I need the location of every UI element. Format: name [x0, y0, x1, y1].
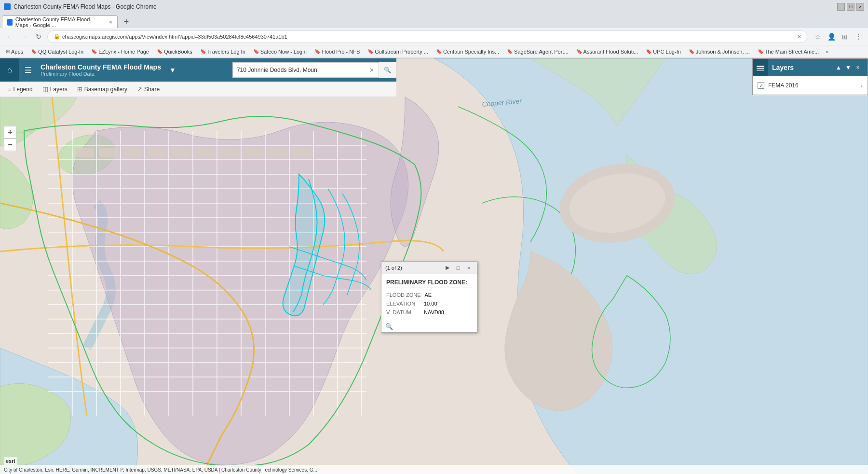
basemap-toolbar-item[interactable]: ⊞ Basemap gallery [73, 84, 131, 95]
popup-value-vdatum: NAVD88 [424, 309, 444, 315]
forward-button[interactable]: → [18, 31, 30, 42]
popup-label-flood-zone: FLOOD ZONE [386, 292, 421, 298]
bookmark-ez-label: EZLynx - Home Page [98, 49, 149, 55]
zoom-in-button[interactable]: + [4, 126, 16, 139]
bookmark-sage[interactable]: 🔖 SageSure Agent Port... [505, 48, 570, 56]
tab-label: Charleston County FEMA Flood Maps - Goog… [15, 16, 104, 28]
bookmark-safeco-label: Safeco Now - Login [260, 49, 307, 55]
bookmark-qq-label: QQ Catalyst Log-In [38, 49, 83, 55]
search-clear-button[interactable]: × [365, 62, 379, 78]
bookmark-gulf-label: Gulfstream Property ... [375, 49, 428, 55]
layers-collapse-button[interactable]: ▲ [834, 63, 843, 72]
layers-panel: Layers ▲ ▼ × ✓ FEMA 2016 › [752, 58, 868, 95]
popup-value-flood-zone: AE [425, 292, 432, 298]
bookmark-apps[interactable]: ⊞ Apps [4, 48, 25, 56]
bookmark-icon-qb: 🔖 [157, 49, 163, 54]
legend-toolbar-item[interactable]: ≡ Legend [4, 84, 37, 95]
svg-rect-40 [244, 148, 263, 157]
bookmark-icon-safeco: 🔖 [253, 49, 259, 54]
maximize-button[interactable]: ☐ [847, 3, 854, 11]
popup-zoom-button[interactable]: 🔍 [385, 323, 393, 330]
bookmark-cent-label: Centauri Specialty Ins... [443, 49, 499, 55]
layers-close-button[interactable]: × [853, 63, 863, 72]
share-label: Share [144, 86, 160, 93]
basemap-label: Basemap gallery [84, 86, 127, 93]
svg-rect-46 [757, 66, 764, 67]
layers-panel-title: Layers [772, 64, 834, 71]
minimize-button[interactable]: ─ [837, 3, 845, 11]
bookmark-ezlynx[interactable]: 🔖 EZLynx - Home Page [89, 48, 151, 56]
bookmark-star-button[interactable]: ☆ [812, 31, 824, 42]
bookmark-assurant[interactable]: 🔖 Assurant Flood Soluti... [574, 48, 640, 56]
layers-expand-button[interactable]: ▼ [843, 63, 853, 72]
layer-checkbox-fema2016[interactable]: ✓ [758, 82, 764, 89]
bookmark-gulf[interactable]: 🔖 Gulfstream Property ... [366, 48, 430, 56]
toolbar-icons: ☆ 👤 ⊞ ⋮ [812, 31, 864, 42]
app-title-subtitle: Preliminary Flood Data [41, 71, 161, 77]
address-bar[interactable]: 🔒 chascogis.maps.arcgis.com/apps/View/in… [47, 30, 807, 43]
zoom-out-button[interactable]: − [4, 139, 16, 151]
bookmark-qq[interactable]: 🔖 QQ Catalyst Log-In [29, 48, 85, 56]
bookmark-jj[interactable]: 🔖 Johnson & Johnson, ... [687, 48, 752, 56]
share-toolbar-item[interactable]: ↗ Share [133, 84, 163, 95]
browser-chrome: Charleston County FEMA Flood Maps - Goog… [0, 0, 868, 58]
hamburger-button[interactable]: ☰ [19, 58, 37, 82]
app-header: ⌂ ☰ Charleston County FEMA Flood Maps Pr… [0, 58, 396, 97]
bookmark-ass-label: Assurant Flood Soluti... [583, 49, 638, 55]
bookmark-upc[interactable]: 🔖 UPC Log-In [644, 48, 682, 56]
layers-stack-icon [756, 63, 765, 72]
esri-logo: esri [4, 457, 17, 465]
popup-next-button[interactable]: ▶ [443, 264, 452, 272]
tab-close-icon[interactable]: × [108, 18, 112, 26]
bookmark-safeco[interactable]: 🔖 Safeco Now - Login [251, 48, 309, 56]
refresh-button[interactable]: ↻ [33, 31, 44, 42]
layer-item-fema2016[interactable]: ✓ FEMA 2016 › [753, 79, 868, 92]
search-go-button[interactable]: 🔍 [379, 62, 396, 78]
address-text: chascogis.maps.arcgis.com/apps/View/inde… [62, 34, 795, 40]
app-title-bar: ⌂ ☰ Charleston County FEMA Flood Maps Pr… [0, 58, 396, 82]
bookmark-centauri[interactable]: 🔖 Centauri Specialty Ins... [434, 48, 501, 56]
title-bar-text: Charleston County FEMA Flood Maps - Goog… [14, 3, 157, 10]
home-button[interactable]: ⌂ [0, 58, 19, 82]
popup-window-button[interactable]: □ [454, 264, 462, 272]
layers-toolbar-item[interactable]: ◫ Layers [39, 84, 71, 95]
search-bar[interactable]: × 🔍 [232, 62, 396, 78]
popup-panel: (1 of 2) ▶ □ × PRELIMINARY FLOOD ZONE: F… [381, 261, 477, 333]
bookmark-main[interactable]: 🔖 The Main Street Ame... [756, 48, 821, 56]
menu-button[interactable]: ⋮ [853, 31, 864, 42]
bookmark-flood[interactable]: 🔖 Flood Pro - NFS [312, 48, 362, 56]
legend-icon: ≡ [8, 85, 12, 93]
search-input[interactable] [233, 67, 365, 73]
bookmarks-bar: ⊞ Apps 🔖 QQ Catalyst Log-In 🔖 EZLynx - H… [0, 45, 868, 58]
active-tab[interactable]: Charleston County FEMA Flood Maps - Goog… [2, 15, 118, 28]
title-bar-controls[interactable]: ─ ☐ × [837, 3, 864, 11]
popup-close-button[interactable]: × [464, 264, 473, 272]
popup-row-vdatum: V_DATUM NAVD88 [386, 309, 472, 315]
layer-expand-icon[interactable]: › [861, 83, 863, 88]
profile-button[interactable]: 👤 [826, 31, 837, 42]
popup-body: PRELIMINARY FLOOD ZONE: FLOOD ZONE AE EL… [381, 274, 477, 321]
extensions-button[interactable]: ⊞ [839, 31, 851, 42]
popup-footer: 🔍 [381, 321, 477, 332]
new-tab-button[interactable]: + [120, 15, 133, 28]
popup-value-elevation: 10.00 [424, 301, 437, 307]
bookmark-qb-label: QuickBooks [164, 49, 192, 55]
app-title-main: Charleston County FEMA Flood Maps [41, 63, 161, 71]
bookmark-travelers[interactable]: 🔖 Travelers Log In [198, 48, 247, 56]
bookmark-icon-ez: 🔖 [91, 49, 97, 54]
layers-panel-body: ✓ FEMA 2016 › [753, 76, 868, 95]
more-bookmarks-button[interactable]: » [826, 49, 828, 55]
bookmark-icon-upc: 🔖 [646, 49, 651, 54]
apps-icon: ⊞ [6, 49, 10, 54]
bookmark-apps-label: Apps [11, 49, 23, 55]
map-container[interactable]: Cooper River ⌂ ☰ Charleston County FEMA … [0, 58, 868, 474]
address-clear-icon[interactable]: × [797, 33, 801, 40]
svg-rect-35 [123, 148, 142, 157]
svg-rect-47 [757, 68, 764, 69]
legend-label: Legend [14, 86, 33, 93]
bookmark-quickbooks[interactable]: 🔖 QuickBooks [155, 48, 194, 56]
back-button[interactable]: ← [4, 31, 15, 42]
close-button[interactable]: × [856, 3, 864, 11]
app-dropdown-button[interactable]: ▼ [165, 58, 180, 82]
layers-toolbar-icon: ◫ [42, 85, 48, 93]
